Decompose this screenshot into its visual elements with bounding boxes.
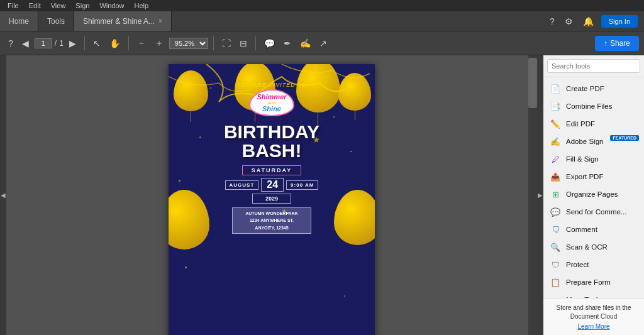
cursor-tool[interactable]: ? [5,36,16,50]
prev-page[interactable]: ◀ [19,36,32,50]
venue-box: AUTUMN WONDERPARK 1234 ANYWHERE ST. ANYC… [232,207,311,234]
combine-files-label: Combine Files [566,102,613,110]
toolbar-sep3 [213,36,214,50]
tool-item-edit-pdf[interactable]: ✏️Edit PDF [543,115,644,133]
more-tools-icon: ••• [550,294,561,298]
bottom-panel-text: Store and share files in the Document Cl… [548,304,639,321]
venue1: AUTUMN WONDERPARK [245,210,297,217]
protect-icon: 🛡 [550,259,561,270]
search-tools-input[interactable] [547,59,640,73]
tool-item-protect[interactable]: 🛡Protect [543,256,644,273]
export-pdf-icon: 📤 [550,171,561,182]
tool-item-prepare-form[interactable]: 📋Prepare Form [543,273,644,291]
prepare-form-icon: 📋 [550,277,561,288]
scroll-thumb[interactable] [528,58,537,108]
protect-label: Protect [566,261,589,268]
adobe-sign-label: Adobe Sign [566,138,603,145]
zoom-out[interactable]: － [134,36,149,51]
share-icon: ↑ [604,39,608,48]
time-box: 9:00 AM [286,180,318,190]
tab-tools[interactable]: Tools [38,11,74,31]
pen-tool[interactable]: ✒ [280,36,294,50]
tab-doc[interactable]: Shimmer & Shine A... × [74,11,172,31]
bottom-panel: Store and share files in the Document Cl… [543,298,644,335]
edit-pdf-label: Edit PDF [566,120,595,128]
zoom-in[interactable]: ＋ [152,36,167,51]
tab-home[interactable]: Home [0,11,38,31]
left-chevron-icon: ◀ [0,192,7,199]
tab-bar: Home Tools Shimmer & Shine A... × ? ⚙ 🔔 … [0,11,644,31]
create-pdf-label: Create PDF [566,85,604,92]
vertical-scrollbar[interactable] [528,55,537,335]
tab-bar-right: ? ⚙ 🔔 Sign In [547,11,644,31]
adobe-sign-icon: ✍ [550,136,561,147]
venue2: 1234 ANYWHERE ST. [245,217,297,224]
export-pdf-label: Export PDF [566,173,603,180]
shine-text: Shine [257,105,286,113]
search-tools-section [543,55,644,77]
month-box: AUGUST [225,180,259,190]
tool-item-export-pdf[interactable]: 📤Export PDF [543,168,644,185]
comment-tool[interactable]: 💬 [261,36,278,50]
saturday-box: SATURDAY [242,165,302,175]
comment-label: Comment [566,226,597,233]
right-chevron-icon: ▶ [538,192,543,199]
next-page[interactable]: ▶ [66,36,79,50]
menu-item-edit[interactable]: Edit [25,2,45,9]
shimmer-text: Shimmer [257,93,286,101]
sign-in-button[interactable]: Sign In [601,15,638,28]
menu-item-sign[interactable]: Sign [72,2,93,9]
fill-sign-icon: 🖊 [550,153,561,165]
venue3: ANYCITY, 12345 [245,224,297,231]
shimmer-shine-logo: Shimmer and Shine [249,89,294,116]
tool-item-send-for-comment[interactable]: 💬Send for Comme... [543,203,644,221]
tab-close[interactable]: × [158,18,162,25]
menu-item-window[interactable]: Window [96,2,128,9]
left-panel-toggle[interactable]: ◀ [0,55,6,335]
toolbar: ? ◀ / 1 ▶ ↖ ✋ － ＋ 95.2% ⛶ ⊟ 💬 ✒ ✍ ↗ ↑ Sh… [0,31,644,55]
menu-item-file[interactable]: File [4,2,23,9]
more-tools-label: More Tools [566,296,601,298]
hand-tool[interactable]: ✋ [106,36,123,50]
menu-item-view[interactable]: View [47,2,70,9]
tool-item-create-pdf[interactable]: 📄Create PDF [543,80,644,97]
page-input[interactable] [35,38,52,48]
create-pdf-icon: 📄 [550,83,561,94]
pdf-document: YOU ARE INVITED TO Shimmer and Shine BIR… [169,64,375,335]
share-button[interactable]: ↑ Share [595,36,639,51]
fill-sign-label: Fill & Sign [566,155,599,163]
share-tool-icon[interactable]: ↗ [316,36,330,50]
tool-item-fill-sign[interactable]: 🖊Fill & Sign [543,150,644,168]
menu-item-help[interactable]: Help [131,2,153,9]
tool-item-adobe-sign[interactable]: ✍Adobe SignFEATURED [543,133,644,150]
scan-ocr-label: Scan & OCR [566,243,608,251]
tools-list: 📄Create PDF📑Combine Files✏️Edit PDF✍Adob… [543,77,644,298]
help-icon[interactable]: ? [547,15,557,28]
scroll-mode[interactable]: ⊟ [236,36,250,50]
tool-item-combine-files[interactable]: 📑Combine Files [543,97,644,115]
select-tool[interactable]: ↖ [90,36,104,50]
notification-icon[interactable]: 🔔 [580,15,596,28]
tool-item-organize-pages[interactable]: ⊞Organize Pages [543,185,644,203]
settings-icon[interactable]: ⚙ [562,15,575,28]
birthday-text: BIRTHDAY BASH! [224,123,319,160]
tool-item-comment[interactable]: 🗨Comment [543,221,644,238]
page-separator: / [55,39,57,48]
year-box: 2029 [252,194,291,204]
pdf-content: YOU ARE INVITED TO Shimmer and Shine BIR… [169,64,375,335]
toolbar-sep1 [84,36,85,50]
zoom-select[interactable]: 95.2% [169,38,208,49]
tool-item-scan-ocr[interactable]: 🔍Scan & OCR [543,238,644,256]
sign-tool[interactable]: ✍ [297,36,314,50]
send-for-comment-label: Send for Comme... [566,208,627,216]
right-panel-toggle[interactable]: ▶ [537,55,543,335]
tool-item-more-tools[interactable]: •••More Tools [543,291,644,298]
menu-bar: // Will be rendered after page load File… [0,0,644,11]
share-label: Share [610,39,630,48]
learn-more-link[interactable]: Learn More [548,323,639,330]
fit-page[interactable]: ⛶ [219,36,234,50]
pdf-viewer[interactable]: YOU ARE INVITED TO Shimmer and Shine BIR… [6,55,537,335]
prepare-form-label: Prepare Form [566,278,611,286]
and-text: and [257,101,286,105]
invited-text: YOU ARE INVITED TO [236,82,306,88]
